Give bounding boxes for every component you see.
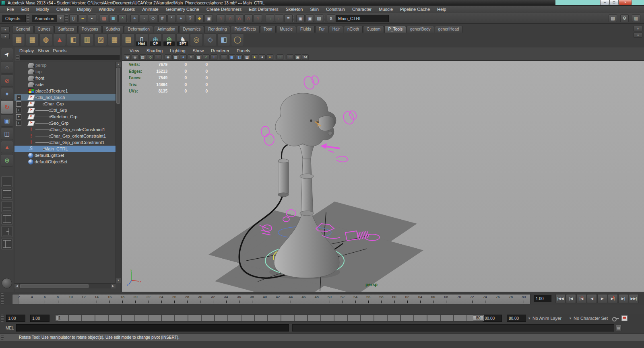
close-button[interactable]: × (619, 0, 632, 5)
scroll-up-arrow[interactable]: ▲ (116, 62, 121, 67)
outliner-item-persp[interactable]: persp (14, 62, 116, 68)
anim-layer-dropdown[interactable]: ▼ No Anim Layer (526, 315, 561, 322)
viewport-menu-item[interactable]: Panels (233, 47, 254, 54)
command-result-field[interactable] (292, 324, 614, 332)
render-current-frame-icon[interactable]: ▣ (296, 14, 305, 22)
time-tick[interactable]: 6 (38, 294, 51, 304)
outliner-item-char-grp-orientconstraint1[interactable]: Char_Grp_orientConstraint1 (14, 133, 116, 139)
character-set-dropdown[interactable]: ▼ No Character Set (567, 315, 608, 322)
shelf-tab[interactable]: General (12, 26, 34, 33)
ambient-light-icon[interactable]: ● (251, 54, 258, 60)
outliner-item-char-grp[interactable]: Char_Grp (14, 101, 116, 107)
mask-misc-icon[interactable]: ? (186, 14, 194, 22)
menu-item[interactable]: Skeleton (282, 6, 307, 12)
scale-tool[interactable]: ▣ (1, 114, 13, 127)
shelf-tab[interactable]: Animation (154, 26, 179, 33)
soft-modification-tool[interactable]: ▲ (1, 141, 13, 153)
time-tick[interactable]: 64 (414, 294, 427, 304)
mask-deformations-icon[interactable]: # (158, 14, 167, 22)
time-tick[interactable]: 52 (336, 294, 349, 304)
viewport-menu-item[interactable]: Renderer (207, 47, 233, 54)
command-language-label[interactable]: MEL (0, 326, 16, 330)
outliner-item-defaultobjectset[interactable]: defaultObjectSet (14, 159, 116, 165)
viewport-menu-item[interactable]: Show (189, 47, 208, 54)
shelf-tab[interactable]: Fluids (297, 26, 315, 33)
ipr-render-icon[interactable]: ▣ (305, 14, 314, 22)
shelf-arrow-button[interactable]: ▾ (1, 27, 10, 32)
time-tick[interactable]: 10 (64, 294, 77, 304)
grease-pencil-icon[interactable]: ◈ (165, 54, 171, 60)
time-tick[interactable]: 78 (504, 294, 517, 304)
time-tick[interactable]: 58 (375, 294, 388, 304)
vertex-display-icon[interactable]: ∴ (203, 54, 210, 60)
grip-handle[interactable] (1, 315, 4, 322)
grip-handle[interactable] (1, 293, 4, 305)
snap-live-icon[interactable]: ∩ (254, 14, 262, 22)
snap-grid-icon[interactable]: ∩ (217, 14, 225, 22)
time-tick[interactable]: 30 (194, 294, 206, 304)
poly-extrude-tool[interactable]: ▦ (12, 33, 25, 46)
step-forward-key-button[interactable]: ▶| (608, 294, 618, 303)
freeze-transform-tool[interactable]: ⊕ FT (163, 33, 175, 46)
menu-item[interactable]: Create (53, 6, 73, 12)
chevron-down-icon[interactable]: ▼ (57, 15, 64, 22)
playback-range-track[interactable]: 1 80 (55, 315, 484, 321)
poly-extrude-edge-tool[interactable]: ▦ (26, 33, 39, 46)
plane-tool[interactable]: ◇ (204, 33, 217, 46)
outliner-item-do-not-touch[interactable]: do_not_touch (14, 94, 116, 101)
mirror-tool[interactable]: ◧ (217, 33, 230, 46)
range-end-handle[interactable]: 80 (473, 315, 483, 321)
maximize-button[interactable]: □ (609, 0, 619, 5)
time-tick[interactable]: 50 (323, 294, 336, 304)
lock-selection-icon[interactable]: ◆ (195, 14, 204, 22)
time-tick[interactable]: 4 (25, 294, 38, 304)
viewport-menu-item[interactable]: Lighting (166, 47, 189, 54)
outliner-item-main-ctrl[interactable]: Main_CTRL (14, 146, 116, 152)
flat-light-icon[interactable]: ● (259, 54, 266, 60)
menu-item[interactable]: Edit (18, 6, 33, 12)
textured-mode-icon[interactable]: ◧ (236, 54, 243, 60)
outliner-item-char-grp-pointconstraint1[interactable]: Char_Grp_pointConstraint1 (14, 139, 116, 146)
quick-select-input[interactable] (336, 15, 389, 22)
time-tick[interactable]: 62 (401, 294, 414, 304)
scroll-right-arrow[interactable]: ▶ (111, 284, 116, 288)
mask-curves-icon[interactable]: ~ (140, 14, 148, 22)
menu-item[interactable]: Constrain (322, 6, 349, 12)
time-tick[interactable]: 40 (258, 294, 271, 304)
layout-three-pane-left-button[interactable] (1, 239, 13, 249)
snap-curve-icon[interactable]: ∩ (226, 14, 234, 22)
multi-pane-icon[interactable]: ▣ (294, 54, 301, 60)
select-tool[interactable]: ➤ (1, 48, 13, 60)
poly-split-tool[interactable]: ▥ (80, 33, 93, 46)
open-scene-icon[interactable]: ▰ (78, 14, 87, 22)
playback-end-input[interactable] (483, 315, 502, 322)
animation-end-input[interactable] (507, 315, 526, 322)
step-back-frame-button[interactable]: |◀ (566, 294, 576, 303)
shelf-tab[interactable]: Fur (315, 26, 328, 33)
snap-point-icon[interactable]: ∩ (235, 14, 244, 22)
time-tick[interactable]: 34 (220, 294, 233, 304)
shelf-tab[interactable]: Deformation (124, 26, 153, 33)
default-material-icon[interactable]: ● (266, 54, 273, 60)
camera-attributes-icon[interactable]: ◉ (132, 54, 138, 60)
shelf-tab[interactable]: Muscle (276, 26, 296, 33)
select-component-mode-icon[interactable]: ∴ (118, 14, 127, 22)
shelf-tab[interactable]: Hair (329, 26, 343, 33)
minimize-button[interactable]: – (600, 0, 609, 5)
menuset-dropdown[interactable]: Animation ▼ (32, 15, 64, 22)
viewport-menu-item[interactable]: View (126, 47, 143, 54)
poly-cube-tool[interactable]: ◧ (67, 33, 80, 46)
render-settings-icon[interactable]: ▤ (315, 14, 323, 22)
paint-select-tool[interactable]: ⊘ (1, 74, 13, 87)
quick-select-field-icon[interactable]: a (327, 14, 335, 22)
outliner-item-geo-grp[interactable]: Geo_Grp (14, 120, 116, 126)
play-forwards-button[interactable]: ▶ (597, 294, 607, 303)
shelf-tab[interactable]: PaintEffects (231, 26, 259, 33)
single-pane-icon[interactable]: □ (287, 54, 293, 60)
viewport-menu-item[interactable]: Shading (143, 47, 166, 54)
step-forward-frame-button[interactable]: ▶| (618, 294, 628, 303)
outliner-menu-item[interactable]: Display (19, 48, 38, 54)
outliner-horizontal-scrollbar[interactable]: ◀ ▶ (14, 283, 116, 288)
time-tick[interactable]: 54 (349, 294, 362, 304)
circle-cage-tool[interactable]: ◎ (190, 33, 203, 46)
